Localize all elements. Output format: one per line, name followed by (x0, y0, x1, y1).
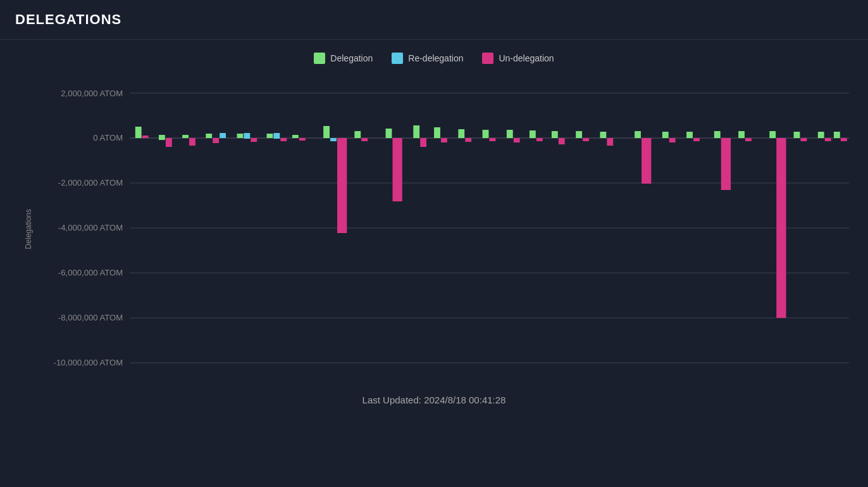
bar-undelegation-7 (299, 138, 306, 141)
legend-item-redelegation: Re-delegation (392, 53, 463, 64)
y-tick-neg6m: -6,000,000 ATOM (58, 269, 123, 277)
bar-undelegation-28 (841, 138, 847, 141)
legend-item-delegation: Delegation (314, 53, 373, 64)
y-tick-0: 0 ATOM (93, 134, 123, 142)
bar-delegation-4 (206, 134, 212, 138)
bar-delegation-10 (386, 129, 392, 138)
bar-delegation-17 (552, 131, 558, 138)
bar-redelegation-8 (330, 138, 337, 141)
bar-undelegation-20-med (642, 138, 651, 184)
legend-label-undelegation: Un-delegation (499, 53, 554, 63)
bar-delegation-1 (135, 127, 142, 138)
legend-color-undelegation (482, 53, 493, 64)
y-tick-neg10m: -10,000,000 ATOM (54, 359, 123, 367)
bar-undelegation-4 (213, 138, 219, 143)
bar-delegation-25 (769, 131, 776, 138)
bar-redelegation-5 (244, 133, 250, 139)
bar-undelegation-2 (166, 138, 172, 147)
bar-delegation-19 (600, 132, 606, 138)
bar-undelegation-19 (607, 138, 613, 146)
bar-delegation-6 (267, 134, 273, 138)
bar-delegation-15 (507, 130, 513, 138)
chart-container: Delegation Re-delegation Un-delegation D… (0, 40, 868, 476)
bar-delegation-2 (159, 135, 165, 140)
bar-delegation-18 (576, 131, 582, 138)
bar-undelegation-13 (465, 138, 471, 142)
bar-delegation-8 (323, 126, 330, 138)
bar-undelegation-11 (420, 138, 426, 147)
bar-undelegation-27 (825, 138, 831, 141)
y-tick-2m: 2,000,000 ATOM (61, 90, 123, 98)
page-title: DELEGATIONS (15, 11, 853, 28)
bar-delegation-5 (237, 134, 244, 138)
bar-delegation-7 (292, 135, 299, 138)
bar-undelegation-9 (361, 138, 368, 141)
bar-undelegation-15 (514, 138, 520, 142)
bar-undelegation-5 (251, 138, 257, 142)
bar-undelegation-14 (490, 138, 496, 141)
bar-undelegation-6 (280, 138, 287, 141)
bar-undelegation-22 (693, 138, 700, 141)
bar-delegation-11 (413, 125, 419, 138)
bar-undelegation-21 (669, 138, 676, 142)
bar-delegation-9 (354, 131, 361, 138)
bar-undelegation-12 (441, 138, 447, 142)
bar-undelegation-24 (745, 138, 752, 141)
bar-undelegation-10-large (392, 138, 402, 201)
bar-undelegation-25-large (776, 138, 786, 318)
bar-undelegation-26 (800, 138, 807, 141)
bar-undelegation-1 (142, 136, 149, 138)
bar-delegation-21 (662, 132, 669, 138)
bar-undelegation-3 (189, 138, 195, 146)
y-tick-neg4m: -4,000,000 ATOM (58, 224, 123, 232)
page-header: DELEGATIONS (0, 0, 868, 40)
bar-delegation-13 (458, 129, 464, 138)
bar-delegation-14 (483, 130, 489, 138)
bar-redelegation-6 (273, 133, 280, 139)
bar-redelegation-4 (220, 133, 226, 138)
last-updated-text: Last Updated: 2024/8/18 00:41:28 (363, 395, 506, 405)
legend-label-delegation: Delegation (330, 53, 373, 63)
y-tick-neg2m: -2,000,000 ATOM (58, 179, 123, 187)
bar-delegation-12 (434, 127, 440, 138)
bar-undelegation-23-med (721, 138, 731, 190)
bar-delegation-16 (530, 130, 536, 138)
footer-last-updated: Last Updated: 2024/8/18 00:41:28 (19, 395, 849, 405)
legend-color-delegation (314, 53, 325, 64)
bar-delegation-22 (686, 132, 693, 138)
legend-color-redelegation (392, 53, 403, 64)
legend-label-redelegation: Re-delegation (408, 53, 463, 63)
bar-delegation-3 (182, 135, 189, 138)
bar-delegation-28 (834, 132, 840, 138)
bar-undelegation-8-large (337, 138, 347, 233)
bar-undelegation-17 (559, 138, 565, 144)
bar-undelegation-18 (583, 138, 589, 141)
chart-legend: Delegation Re-delegation Un-delegation (19, 53, 849, 64)
bar-undelegation-16 (536, 138, 543, 141)
bar-delegation-23 (714, 131, 721, 138)
legend-item-undelegation: Un-delegation (482, 53, 554, 64)
chart-area: Delegations 2,000,000 ATOM 0 ATOM -2,000… (19, 74, 849, 384)
chart-svg: 2,000,000 ATOM 0 ATOM -2,000,000 ATOM -4… (33, 74, 849, 384)
y-axis-label: Delegations (19, 209, 33, 249)
bar-delegation-27 (818, 132, 824, 138)
chart-inner: 2,000,000 ATOM 0 ATOM -2,000,000 ATOM -4… (33, 74, 849, 384)
bar-delegation-24 (738, 131, 745, 138)
y-tick-neg8m: -8,000,000 ATOM (58, 314, 123, 322)
bar-delegation-20 (635, 131, 641, 138)
bar-delegation-26 (794, 132, 800, 138)
